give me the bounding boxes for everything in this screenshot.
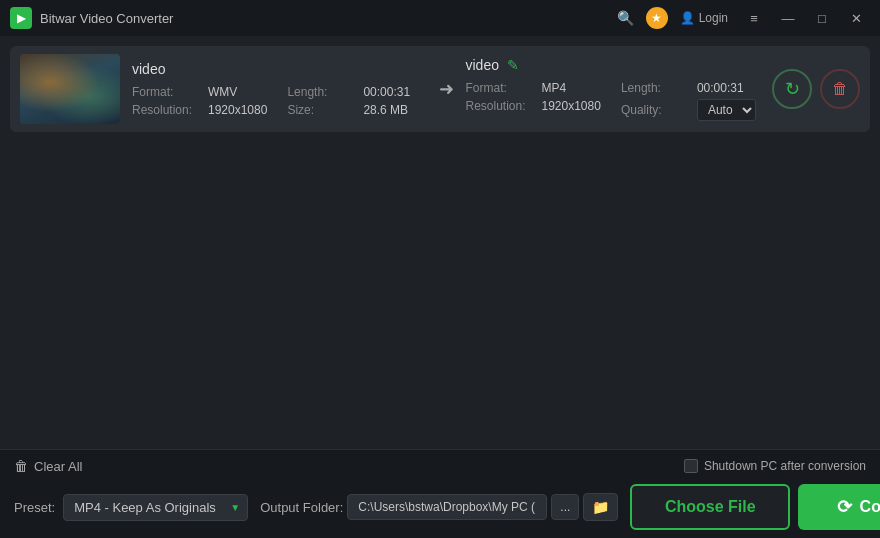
convert-label: Convert xyxy=(860,498,880,516)
quality-select[interactable]: Auto xyxy=(697,99,756,121)
close-button[interactable]: ✕ xyxy=(842,4,870,32)
source-format-value: WMV xyxy=(208,85,237,99)
preset-select[interactable]: MP4 - Keep As Originals MP4 - High Quali… xyxy=(63,494,248,521)
output-info: video ✎ Format: MP4 Resolution: 1920x108… xyxy=(466,57,761,121)
app-title: Bitwar Video Converter xyxy=(40,11,612,26)
toolbar-top: 🗑 Clear All Shutdown PC after conversion xyxy=(14,458,866,474)
title-bar-controls: 🔍 ★ 👤 Login ≡ — □ ✕ xyxy=(612,4,870,32)
source-format-row: Format: WMV xyxy=(132,85,267,99)
source-title: video xyxy=(132,61,427,77)
minimize-button[interactable]: — xyxy=(774,4,802,32)
open-folder-button[interactable]: 📁 xyxy=(583,493,618,521)
source-length-row: Length: 00:00:31 xyxy=(287,85,410,99)
action-group: Choose File ⟳ Convert xyxy=(630,484,880,530)
user-login[interactable]: 👤 Login xyxy=(674,9,734,27)
output-meta-group2: Length: 00:00:31 Quality: Auto xyxy=(621,81,756,121)
shutdown-label: Shutdown PC after conversion xyxy=(704,459,866,473)
convert-button[interactable]: ⟳ Convert xyxy=(798,484,880,530)
convert-arrow-icon: ⟳ xyxy=(837,496,852,518)
output-quality-row: Quality: Auto xyxy=(621,99,756,121)
search-icon[interactable]: 🔍 xyxy=(612,4,640,32)
output-format-value: MP4 xyxy=(542,81,567,95)
source-resolution-value: 1920x1080 xyxy=(208,103,267,117)
file-item: video Format: WMV Resolution: 1920x1080 … xyxy=(10,46,870,132)
shutdown-checkbox-group: Shutdown PC after conversion xyxy=(684,459,866,473)
trash-icon: 🗑 xyxy=(14,458,28,474)
output-length-value: 00:00:31 xyxy=(697,81,744,95)
output-folder-group: Output Folder: ... 📁 xyxy=(260,493,618,521)
delete-button[interactable]: 🗑 xyxy=(820,69,860,109)
preset-label: Preset: xyxy=(14,500,55,515)
output-length-label: Length: xyxy=(621,81,691,95)
output-folder-label: Output Folder: xyxy=(260,500,343,515)
user-icon: 👤 xyxy=(680,11,695,25)
preset-wrapper: MP4 - Keep As Originals MP4 - High Quali… xyxy=(63,494,248,521)
source-length-label: Length: xyxy=(287,85,357,99)
source-meta: Format: WMV Resolution: 1920x1080 Length… xyxy=(132,85,427,117)
clear-all-button[interactable]: 🗑 Clear All xyxy=(14,458,82,474)
choose-file-button[interactable]: Choose File xyxy=(630,484,790,530)
output-length-row: Length: 00:00:31 xyxy=(621,81,756,95)
output-format-row: Format: MP4 xyxy=(466,81,601,95)
source-meta-group1: Format: WMV Resolution: 1920x1080 xyxy=(132,85,267,117)
output-resolution-row: Resolution: 1920x1080 xyxy=(466,99,601,113)
coin-icon[interactable]: ★ xyxy=(646,7,668,29)
main-content: video Format: WMV Resolution: 1920x1080 … xyxy=(0,36,880,449)
source-size-label: Size: xyxy=(287,103,357,117)
source-length-value: 00:00:31 xyxy=(363,85,410,99)
source-size-value: 28.6 MB xyxy=(363,103,408,117)
output-title-text: video xyxy=(466,57,499,73)
empty-drop-area xyxy=(10,138,870,439)
source-format-label: Format: xyxy=(132,85,202,99)
file-thumbnail xyxy=(20,54,120,124)
bottom-toolbar: 🗑 Clear All Shutdown PC after conversion… xyxy=(0,449,880,538)
output-folder-input[interactable] xyxy=(347,494,547,520)
output-quality-label: Quality: xyxy=(621,103,691,117)
output-format-label: Format: xyxy=(466,81,536,95)
output-resolution-value: 1920x1080 xyxy=(542,99,601,113)
convert-arrow-icon: ➜ xyxy=(439,78,454,100)
shutdown-checkbox[interactable] xyxy=(684,459,698,473)
edit-icon[interactable]: ✎ xyxy=(507,57,519,73)
refresh-button[interactable]: ↻ xyxy=(772,69,812,109)
menu-button[interactable]: ≡ xyxy=(740,4,768,32)
source-resolution-row: Resolution: 1920x1080 xyxy=(132,103,267,117)
preset-group: Preset: MP4 - Keep As Originals MP4 - Hi… xyxy=(14,494,248,521)
output-title-row: video ✎ xyxy=(466,57,761,73)
source-info: video Format: WMV Resolution: 1920x1080 … xyxy=(132,61,427,117)
source-meta-group2: Length: 00:00:31 Size: 28.6 MB xyxy=(287,85,410,117)
title-bar: ▶ Bitwar Video Converter 🔍 ★ 👤 Login ≡ —… xyxy=(0,0,880,36)
login-label: Login xyxy=(699,11,728,25)
maximize-button[interactable]: □ xyxy=(808,4,836,32)
source-resolution-label: Resolution: xyxy=(132,103,202,117)
output-meta-group1: Format: MP4 Resolution: 1920x1080 xyxy=(466,81,601,121)
source-size-row: Size: 28.6 MB xyxy=(287,103,410,117)
item-action-buttons: ↻ 🗑 xyxy=(772,69,860,109)
toolbar-bottom: Preset: MP4 - Keep As Originals MP4 - Hi… xyxy=(14,484,866,530)
output-meta: Format: MP4 Resolution: 1920x1080 Length… xyxy=(466,81,761,121)
clear-all-label: Clear All xyxy=(34,459,82,474)
app-logo: ▶ xyxy=(10,7,32,29)
folder-browse-button[interactable]: ... xyxy=(551,494,579,520)
output-resolution-label: Resolution: xyxy=(466,99,536,113)
